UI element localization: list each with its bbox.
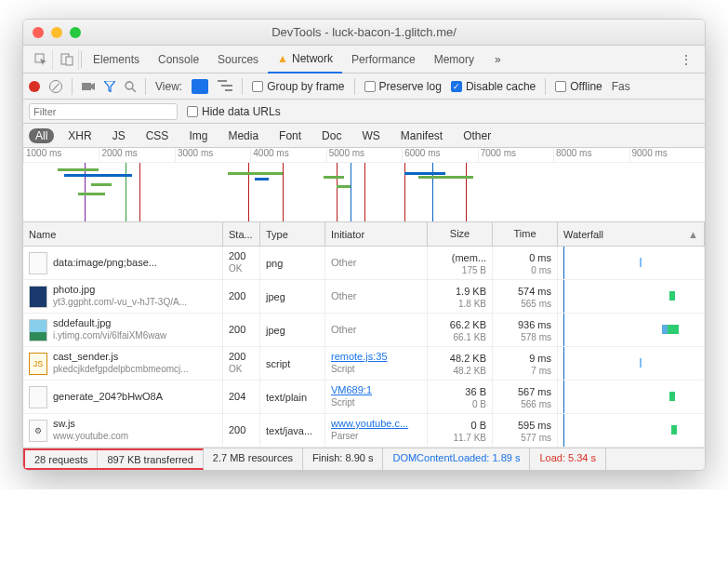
waterfall-bar — [668, 325, 679, 334]
separator — [72, 78, 73, 95]
col-time[interactable]: Time — [493, 222, 558, 246]
initiator-link[interactable]: VM689:1 — [331, 384, 372, 397]
separator — [81, 51, 82, 68]
request-row[interactable]: photo.jpgyt3.ggpht.com/-vu_v-hJT-3Q/A...… — [23, 280, 705, 314]
window-title: DevTools - luck-bacon-1.glitch.me/ — [23, 25, 705, 39]
col-waterfall[interactable]: Waterfall▲ — [558, 222, 705, 246]
tab-console[interactable]: Console — [149, 46, 208, 74]
filter-pill-all[interactable]: All — [29, 128, 54, 143]
load-time: Load: 5.34 s — [530, 448, 606, 470]
kebab-menu-icon[interactable]: ⋮ — [673, 53, 699, 66]
col-initiator[interactable]: Initiator — [325, 222, 428, 246]
request-row[interactable]: sddefault.jpgi.ytimg.com/vi/6lfaiXM6waw2… — [23, 314, 705, 347]
clear-icon[interactable] — [49, 80, 62, 93]
finish-time: Finish: 8.90 s — [303, 448, 383, 470]
overview-bar — [255, 178, 269, 181]
offline-checkbox[interactable]: Offline — [555, 80, 602, 93]
svg-rect-3 — [82, 83, 91, 90]
filter-pill-xhr[interactable]: XHR — [61, 128, 98, 143]
tab-network[interactable]: ▲Network — [268, 46, 342, 74]
filter-pill-js[interactable]: JS — [106, 128, 132, 143]
tick-label: 2000 ms — [99, 148, 174, 162]
col-name[interactable]: Name — [23, 222, 223, 246]
zoom-icon[interactable] — [70, 27, 81, 38]
disable-cache-checkbox[interactable]: ✓Disable cache — [451, 80, 536, 93]
throttle-label[interactable]: Fas — [612, 80, 630, 93]
request-row[interactable]: generate_204?bHwO8A204text/plainVM689:1S… — [23, 381, 705, 414]
filter-pill-ws[interactable]: WS — [355, 128, 386, 143]
waterfall-view-icon[interactable] — [218, 79, 232, 94]
col-size[interactable]: Size — [428, 222, 493, 246]
filter-pill-doc[interactable]: Doc — [315, 128, 348, 143]
status-bar: 28 requests 897 KB transferred 2.7 MB re… — [23, 448, 705, 470]
file-icon — [29, 386, 47, 408]
filter-pill-media[interactable]: Media — [221, 128, 265, 143]
timeline-overview[interactable]: 1000 ms2000 ms3000 ms4000 ms5000 ms6000 … — [23, 148, 705, 222]
filter-pill-font[interactable]: Font — [272, 128, 308, 143]
filter-pill-manifest[interactable]: Manifest — [394, 128, 449, 143]
tab-overflow[interactable]: » — [485, 46, 510, 74]
separator — [545, 78, 546, 95]
separator — [354, 78, 355, 95]
record-icon[interactable] — [29, 81, 40, 92]
overview-marker — [337, 163, 338, 221]
request-table-body: data:image/png;base...200OKpngOther(mem.… — [23, 247, 705, 448]
filter-pill-img[interactable]: Img — [182, 128, 214, 143]
file-icon — [29, 319, 47, 341]
hide-data-urls-checkbox[interactable]: Hide data URLs — [187, 105, 281, 118]
tab-elements[interactable]: Elements — [84, 46, 149, 74]
tab-memory[interactable]: Memory — [425, 46, 483, 74]
camera-icon[interactable] — [82, 81, 95, 92]
request-row[interactable]: ⚙sw.jswww.youtube.com200text/java...www.… — [23, 414, 705, 448]
type-filter-bar: AllXHRJSCSSImgMediaFontDocWSManifestOthe… — [23, 124, 705, 148]
view-label: View: — [155, 80, 182, 93]
col-type[interactable]: Type — [260, 222, 325, 246]
filter-icon[interactable] — [104, 81, 115, 92]
initiator-link[interactable]: remote.js:35 — [331, 351, 388, 364]
overview-bar — [228, 172, 283, 175]
filter-pill-css[interactable]: CSS — [139, 128, 176, 143]
overview-marker — [351, 163, 351, 221]
minimize-icon[interactable] — [51, 27, 62, 38]
filter-input[interactable] — [29, 103, 178, 120]
overview-bar — [337, 185, 351, 188]
request-row[interactable]: JScast_sender.jspkedcjkdefgpdelpbcmbmeom… — [23, 347, 705, 381]
timeline-ticks: 1000 ms2000 ms3000 ms4000 ms5000 ms6000 … — [23, 148, 705, 163]
timeline-body — [23, 163, 705, 221]
highlighted-summary: 28 requests 897 KB transferred — [23, 448, 204, 470]
close-icon[interactable] — [33, 27, 44, 38]
overview-bar — [64, 174, 132, 177]
table-header: Name Sta... Type Initiator Size Time Wat… — [23, 222, 705, 247]
separator — [242, 78, 243, 95]
overview-marker — [126, 163, 126, 221]
tab-performance[interactable]: Performance — [342, 46, 425, 74]
tab-list: ElementsConsoleSources▲NetworkPerformanc… — [84, 46, 483, 74]
filter-pill-other[interactable]: Other — [457, 128, 497, 143]
large-rows-icon[interactable] — [192, 79, 208, 94]
file-icon: JS — [29, 353, 47, 375]
tab-sources[interactable]: Sources — [208, 46, 268, 74]
inspect-icon[interactable] — [29, 49, 53, 70]
transferred-size: 897 KB transferred — [98, 450, 202, 468]
tick-label: 5000 ms — [326, 148, 402, 162]
resources-size: 2.7 MB resources — [204, 448, 303, 470]
overview-marker — [139, 163, 140, 221]
group-by-frame-checkbox[interactable]: Group by frame — [252, 80, 344, 93]
preserve-log-checkbox[interactable]: Preserve log — [364, 80, 442, 93]
main-tabs: ElementsConsoleSources▲NetworkPerformanc… — [23, 46, 705, 74]
tick-label: 8000 ms — [553, 148, 629, 162]
waterfall-bar — [671, 425, 677, 435]
overview-bar — [91, 183, 112, 186]
device-toggle-icon[interactable] — [55, 49, 79, 70]
filter-bar: Hide data URLs — [23, 100, 705, 124]
search-icon[interactable] — [125, 81, 136, 92]
file-icon — [29, 286, 47, 308]
svg-line-5 — [132, 88, 136, 92]
warning-icon: ▲ — [277, 52, 288, 65]
tick-label: 9000 ms — [629, 148, 705, 162]
overview-marker — [283, 163, 284, 221]
overview-marker — [466, 163, 467, 221]
col-status[interactable]: Sta... — [223, 222, 260, 246]
request-row[interactable]: data:image/png;base...200OKpngOther(mem.… — [23, 247, 705, 280]
initiator-link[interactable]: www.youtube.c... — [331, 418, 408, 431]
